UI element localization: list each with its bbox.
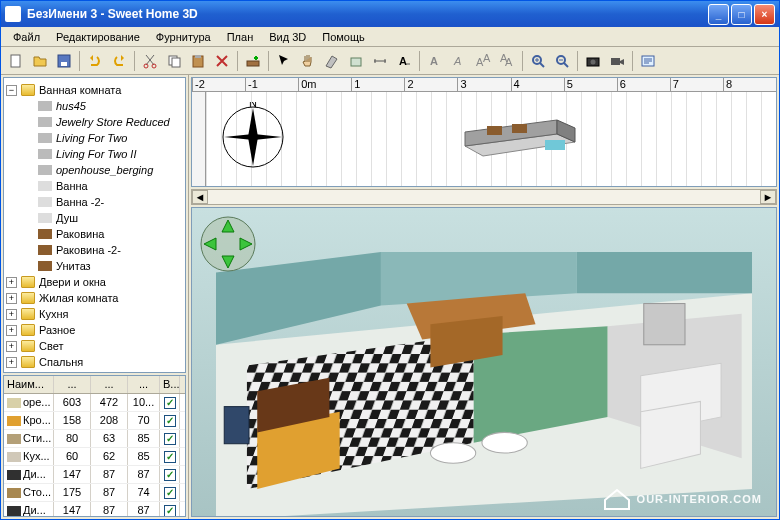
th-col2[interactable]: ...	[91, 376, 128, 393]
cut-button[interactable]	[139, 50, 161, 72]
tree-folder[interactable]: +Разное	[6, 322, 183, 338]
table-row[interactable]: Ди...1478787✓	[4, 466, 185, 484]
minimize-button[interactable]: _	[708, 4, 729, 25]
expand-icon[interactable]: +	[6, 325, 17, 336]
preferences-button[interactable]	[637, 50, 659, 72]
tree-folder[interactable]: +Кухня	[6, 306, 183, 322]
table-row[interactable]: Сто...1758774✓	[4, 484, 185, 502]
paste-button[interactable]	[187, 50, 209, 72]
tree-item[interactable]: Раковина	[6, 226, 183, 242]
cell: 70	[128, 412, 160, 429]
checkbox-icon[interactable]: ✓	[164, 433, 176, 445]
catalog-tree[interactable]: − Ванная комната hus45Jewelry Store Redu…	[3, 77, 186, 373]
cell-visible[interactable]: ✓	[160, 412, 180, 429]
cell-visible[interactable]: ✓	[160, 448, 180, 465]
add-furniture-button[interactable]	[242, 50, 264, 72]
th-col3[interactable]: ...	[128, 376, 160, 393]
expand-icon[interactable]: +	[6, 341, 17, 352]
zoom-out-button[interactable]	[551, 50, 573, 72]
italic-button[interactable]: A	[448, 50, 470, 72]
tree-item[interactable]: openhouse_berging	[6, 162, 183, 178]
create-photo-button[interactable]	[582, 50, 604, 72]
tree-item[interactable]: Раковина -2-	[6, 242, 183, 258]
cell-visible[interactable]: ✓	[160, 502, 180, 517]
tree-folder[interactable]: +Свет	[6, 338, 183, 354]
tree-item[interactable]: Jewelry Store Reduced	[6, 114, 183, 130]
toolbar: A A A AA AA	[1, 47, 779, 75]
menu-furniture[interactable]: Фурнитура	[148, 29, 219, 45]
scroll-left-icon[interactable]: ◄	[192, 190, 208, 204]
menu-edit[interactable]: Редактирование	[48, 29, 148, 45]
expand-icon[interactable]: +	[6, 309, 17, 320]
cell-visible[interactable]: ✓	[160, 394, 180, 411]
expand-icon[interactable]: +	[6, 293, 17, 304]
furniture-table[interactable]: Наим... ... ... ... В... оре...60347210.…	[3, 375, 186, 517]
text-tool[interactable]: A	[393, 50, 415, 72]
compass-icon[interactable]: N	[218, 102, 288, 172]
dimension-tool[interactable]	[369, 50, 391, 72]
select-tool[interactable]	[273, 50, 295, 72]
checkbox-icon[interactable]: ✓	[164, 487, 176, 499]
new-button[interactable]	[5, 50, 27, 72]
tree-item[interactable]: Унитаз	[6, 258, 183, 274]
expand-icon[interactable]: +	[6, 277, 17, 288]
checkbox-icon[interactable]: ✓	[164, 415, 176, 427]
undo-button[interactable]	[84, 50, 106, 72]
plan-view[interactable]: -2-10m12345678 N	[191, 77, 777, 187]
bold-button[interactable]: A	[424, 50, 446, 72]
close-button[interactable]: ×	[754, 4, 775, 25]
collapse-icon[interactable]: −	[6, 85, 17, 96]
open-button[interactable]	[29, 50, 51, 72]
tree-item[interactable]: hus45	[6, 98, 183, 114]
tree-folder-root[interactable]: − Ванная комната	[6, 82, 183, 98]
copy-button[interactable]	[163, 50, 185, 72]
cell-visible[interactable]: ✓	[160, 466, 180, 483]
checkbox-icon[interactable]: ✓	[164, 469, 176, 481]
redo-button[interactable]	[108, 50, 130, 72]
cell-visible[interactable]: ✓	[160, 430, 180, 447]
th-name[interactable]: Наим...	[4, 376, 54, 393]
tree-folder[interactable]: +Спальня	[6, 354, 183, 370]
table-row[interactable]: Сти...806385✓	[4, 430, 185, 448]
th-visible[interactable]: В...	[160, 376, 180, 393]
delete-button[interactable]	[211, 50, 233, 72]
wall-tool[interactable]	[321, 50, 343, 72]
menu-view3d[interactable]: Вид 3D	[261, 29, 314, 45]
ruler-mark: 1	[351, 78, 404, 91]
fontsize-inc-button[interactable]: AA	[472, 50, 494, 72]
tree-item[interactable]: Living For Two II	[6, 146, 183, 162]
menu-file[interactable]: Файл	[5, 29, 48, 45]
tree-item[interactable]: Ванна -2-	[6, 194, 183, 210]
th-col1[interactable]: ...	[54, 376, 91, 393]
expand-icon[interactable]: +	[6, 357, 17, 368]
table-row[interactable]: Ди...1478787✓	[4, 502, 185, 517]
table-row[interactable]: Кро...15820870✓	[4, 412, 185, 430]
menu-plan[interactable]: План	[219, 29, 262, 45]
tree-item[interactable]: Living For Two	[6, 130, 183, 146]
fontsize-dec-button[interactable]: AA	[496, 50, 518, 72]
table-row[interactable]: Кух...606285✓	[4, 448, 185, 466]
plan-scrollbar[interactable]: ◄ ►	[191, 189, 777, 205]
cell-visible[interactable]: ✓	[160, 484, 180, 501]
tree-item[interactable]: Душ	[6, 210, 183, 226]
pan-tool[interactable]	[297, 50, 319, 72]
room-tool[interactable]	[345, 50, 367, 72]
table-row[interactable]: оре...60347210...✓	[4, 394, 185, 412]
checkbox-icon[interactable]: ✓	[164, 397, 176, 409]
tree-label: Кухня	[39, 308, 68, 320]
tree-folder[interactable]: +Двери и окна	[6, 274, 183, 290]
scroll-right-icon[interactable]: ►	[760, 190, 776, 204]
checkbox-icon[interactable]: ✓	[164, 451, 176, 463]
tree-folder[interactable]: +Жилая комната	[6, 290, 183, 306]
tree-item[interactable]: Ванна	[6, 178, 183, 194]
create-video-button[interactable]	[606, 50, 628, 72]
zoom-in-button[interactable]	[527, 50, 549, 72]
save-button[interactable]	[53, 50, 75, 72]
svg-text:A: A	[430, 55, 438, 67]
maximize-button[interactable]: □	[731, 4, 752, 25]
3d-view[interactable]: OUR-INTERIOR.COM	[191, 207, 777, 517]
checkbox-icon[interactable]: ✓	[164, 505, 176, 517]
menu-help[interactable]: Помощь	[314, 29, 373, 45]
3d-navigation-pad[interactable]	[200, 216, 256, 272]
scroll-track[interactable]	[208, 190, 760, 204]
